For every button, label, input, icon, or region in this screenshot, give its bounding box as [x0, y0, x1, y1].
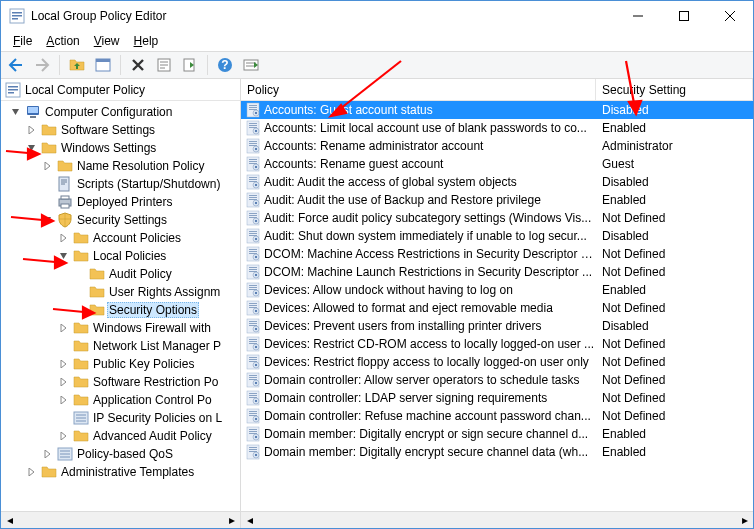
close-button[interactable] — [707, 1, 753, 31]
policy-setting: Enabled — [596, 283, 753, 297]
policy-setting: Guest — [596, 157, 753, 171]
policy-row[interactable]: Accounts: Guest account statusDisabled — [241, 101, 753, 119]
folder-icon — [73, 428, 89, 444]
expand-icon[interactable] — [41, 159, 55, 173]
tree-node[interactable]: User Rights Assignm — [1, 283, 240, 301]
expand-icon[interactable] — [57, 375, 71, 389]
back-button[interactable] — [5, 54, 27, 76]
policy-row[interactable]: Domain member: Digitally encrypt secure … — [241, 443, 753, 461]
tree-node[interactable]: Policy-based QoS — [1, 445, 240, 463]
policy-row[interactable]: Accounts: Limit local account use of bla… — [241, 119, 753, 137]
list-icon — [57, 446, 73, 462]
tree-root-header[interactable]: Local Computer Policy — [1, 79, 240, 101]
policy-setting: Not Defined — [596, 247, 753, 261]
minimize-button[interactable] — [615, 1, 661, 31]
menu-view[interactable]: View — [88, 33, 126, 49]
list-hscroll[interactable]: ◂▸ — [241, 511, 753, 528]
tree-node[interactable]: Scripts (Startup/Shutdown) — [1, 175, 240, 193]
collapse-icon[interactable] — [57, 249, 71, 263]
policy-setting: Disabled — [596, 175, 753, 189]
tree-node[interactable]: Deployed Printers — [1, 193, 240, 211]
delete-button[interactable] — [127, 54, 149, 76]
tree-node[interactable]: Network List Manager P — [1, 337, 240, 355]
policy-row[interactable]: Devices: Allowed to format and eject rem… — [241, 299, 753, 317]
policy-item-icon — [245, 228, 261, 244]
policy-row[interactable]: DCOM: Machine Access Restrictions in Sec… — [241, 245, 753, 263]
tree-node[interactable]: Application Control Po — [1, 391, 240, 409]
nav-tree[interactable]: Computer ConfigurationSoftware SettingsW… — [1, 101, 240, 511]
tree-node-label: Windows Settings — [59, 140, 158, 156]
menu-action[interactable]: Action — [40, 33, 85, 49]
policy-name: Domain member: Digitally encrypt or sign… — [264, 427, 596, 441]
menu-file[interactable]: File — [7, 33, 38, 49]
policy-row[interactable]: DCOM: Machine Launch Restrictions in Sec… — [241, 263, 753, 281]
folder-icon — [41, 122, 57, 138]
collapse-icon[interactable] — [41, 213, 55, 227]
column-policy[interactable]: Policy — [241, 79, 596, 100]
expand-icon[interactable] — [57, 393, 71, 407]
tree-node[interactable]: Audit Policy — [1, 265, 240, 283]
tree-node[interactable]: Software Settings — [1, 121, 240, 139]
show-hide-tree-button[interactable] — [92, 54, 114, 76]
column-security-setting[interactable]: Security Setting — [596, 79, 753, 100]
tree-node-label: Security Settings — [75, 212, 169, 228]
maximize-button[interactable] — [661, 1, 707, 31]
policy-row[interactable]: Devices: Prevent users from installing p… — [241, 317, 753, 335]
up-button[interactable] — [66, 54, 88, 76]
policy-name: Domain controller: Refuse machine accoun… — [264, 409, 596, 423]
policy-row[interactable]: Accounts: Rename guest accountGuest — [241, 155, 753, 173]
action-pane-button[interactable] — [240, 54, 262, 76]
policy-setting: Not Defined — [596, 265, 753, 279]
policy-setting: Not Defined — [596, 355, 753, 369]
tree-hscroll[interactable]: ◂▸ — [1, 511, 240, 528]
forward-button[interactable] — [31, 54, 53, 76]
policy-list[interactable]: Accounts: Guest account statusDisabledAc… — [241, 101, 753, 511]
tree-node[interactable]: Software Restriction Po — [1, 373, 240, 391]
policy-name: Domain controller: Allow server operator… — [264, 373, 596, 387]
tree-node[interactable]: Account Policies — [1, 229, 240, 247]
policy-row[interactable]: Domain controller: LDAP server signing r… — [241, 389, 753, 407]
folder-icon — [73, 356, 89, 372]
collapse-icon[interactable] — [25, 141, 39, 155]
policy-row[interactable]: Accounts: Rename administrator accountAd… — [241, 137, 753, 155]
help-button[interactable] — [214, 54, 236, 76]
policy-row[interactable]: Audit: Force audit policy subcategory se… — [241, 209, 753, 227]
expand-icon[interactable] — [41, 447, 55, 461]
tree-node[interactable]: Public Key Policies — [1, 355, 240, 373]
tree-node[interactable]: Security Options — [1, 301, 240, 319]
policy-row[interactable]: Devices: Allow undock without having to … — [241, 281, 753, 299]
menu-help[interactable]: Help — [128, 33, 165, 49]
tree-node[interactable]: Computer Configuration — [1, 103, 240, 121]
expand-icon[interactable] — [25, 123, 39, 137]
collapse-icon[interactable] — [9, 105, 23, 119]
policy-row[interactable]: Audit: Audit the access of global system… — [241, 173, 753, 191]
policy-row[interactable]: Audit: Shut down system immediately if u… — [241, 227, 753, 245]
policy-setting: Disabled — [596, 229, 753, 243]
tree-node[interactable]: Local Policies — [1, 247, 240, 265]
policy-name: Devices: Prevent users from installing p… — [264, 319, 596, 333]
expand-icon[interactable] — [25, 465, 39, 479]
policy-row[interactable]: Domain controller: Refuse machine accoun… — [241, 407, 753, 425]
properties-button[interactable] — [153, 54, 175, 76]
tree-node-label: Policy-based QoS — [75, 446, 175, 462]
tree-node[interactable]: Advanced Audit Policy — [1, 427, 240, 445]
tree-node[interactable]: Security Settings — [1, 211, 240, 229]
expand-icon[interactable] — [57, 321, 71, 335]
tree-node[interactable]: Windows Firewall with — [1, 319, 240, 337]
expand-icon[interactable] — [57, 231, 71, 245]
tree-node[interactable]: IP Security Policies on L — [1, 409, 240, 427]
policy-row[interactable]: Domain member: Digitally encrypt or sign… — [241, 425, 753, 443]
expand-icon[interactable] — [57, 429, 71, 443]
policy-row[interactable]: Domain controller: Allow server operator… — [241, 371, 753, 389]
policy-row[interactable]: Devices: Restrict CD-ROM access to local… — [241, 335, 753, 353]
policy-row[interactable]: Devices: Restrict floppy access to local… — [241, 353, 753, 371]
expand-icon[interactable] — [57, 357, 71, 371]
export-button[interactable] — [179, 54, 201, 76]
tree-node[interactable]: Windows Settings — [1, 139, 240, 157]
tree-node-label: Account Policies — [91, 230, 183, 246]
tree-node[interactable]: Name Resolution Policy — [1, 157, 240, 175]
policy-row[interactable]: Audit: Audit the use of Backup and Resto… — [241, 191, 753, 209]
policy-item-icon — [245, 426, 261, 442]
tree-node[interactable]: Administrative Templates — [1, 463, 240, 481]
policy-item-icon — [245, 390, 261, 406]
